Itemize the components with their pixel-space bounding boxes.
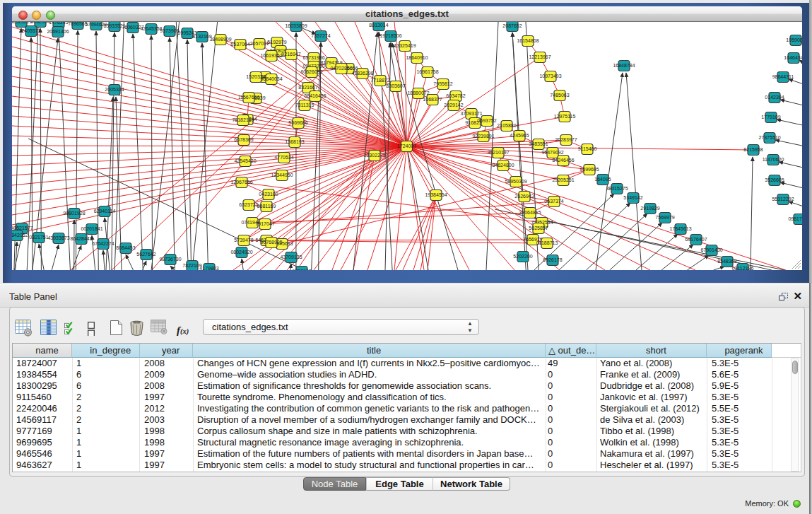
- svg-text:04702850: 04702850: [330, 66, 352, 71]
- svg-text:86428441: 86428441: [70, 236, 92, 241]
- svg-text:6323725: 6323725: [239, 202, 258, 207]
- svg-text:9373909: 9373909: [160, 28, 179, 33]
- svg-text:29205251: 29205251: [552, 177, 574, 182]
- svg-text:7955812: 7955812: [433, 81, 452, 86]
- svg-text:90801928: 90801928: [63, 211, 85, 216]
- svg-text:5739478: 5739478: [234, 238, 253, 243]
- svg-text:12975115: 12975115: [554, 114, 576, 119]
- svg-text:5627642: 5627642: [136, 252, 155, 257]
- svg-text:2105880: 2105880: [497, 123, 516, 128]
- svg-text:08024920: 08024920: [230, 250, 252, 255]
- svg-text:5202200: 5202200: [513, 254, 532, 259]
- svg-text:6537064: 6537064: [230, 42, 249, 47]
- svg-text:58950309: 58950309: [505, 179, 526, 184]
- svg-text:1068377: 1068377: [423, 97, 442, 102]
- svg-text:38015275: 38015275: [606, 186, 628, 191]
- svg-text:4062904: 4062904: [30, 22, 49, 24]
- svg-text:63731986: 63731986: [302, 55, 324, 60]
- svg-text:7311315: 7311315: [295, 103, 314, 107]
- svg-text:4245965: 4245965: [510, 133, 529, 138]
- svg-text:95479092: 95479092: [541, 150, 563, 155]
- svg-text:4770534: 4770534: [274, 155, 293, 160]
- svg-text:98644311: 98644311: [772, 74, 794, 79]
- svg-text:13325419: 13325419: [394, 43, 416, 48]
- svg-text:27375510: 27375510: [758, 135, 780, 140]
- svg-text:7718872: 7718872: [370, 78, 389, 83]
- svg-text:3526605: 3526605: [765, 177, 784, 182]
- svg-text:3483551: 3483551: [529, 141, 548, 146]
- svg-text:164095: 164095: [594, 177, 611, 182]
- svg-text:2910829: 2910829: [640, 206, 659, 211]
- svg-text:13302273: 13302273: [363, 153, 385, 158]
- svg-text:05842052: 05842052: [12, 233, 28, 238]
- svg-text:2087652: 2087652: [502, 23, 522, 28]
- svg-text:84624800: 84624800: [492, 163, 514, 168]
- svg-text:9115460: 9115460: [578, 146, 597, 151]
- svg-text:11470620: 11470620: [763, 157, 784, 162]
- svg-text:09617683: 09617683: [788, 216, 802, 221]
- svg-text:0693752: 0693752: [477, 118, 496, 123]
- svg-text:2005334: 2005334: [105, 87, 124, 92]
- svg-text:1724007: 1724007: [397, 144, 416, 148]
- svg-text:16848784: 16848784: [613, 63, 635, 68]
- svg-text:8321667: 8321667: [298, 85, 317, 90]
- svg-text:0142394: 0142394: [765, 95, 784, 100]
- svg-text:8681169: 8681169: [257, 204, 276, 209]
- svg-text:6926178: 6926178: [543, 257, 562, 262]
- svg-text:5625857: 5625857: [529, 226, 548, 230]
- svg-text:10973493: 10973493: [539, 74, 561, 78]
- svg-text:90768905: 90768905: [260, 240, 282, 245]
- svg-text:62940114: 62940114: [94, 209, 116, 214]
- svg-text:8548368: 8548368: [717, 259, 736, 264]
- svg-text:17845613: 17845613: [669, 226, 691, 231]
- svg-text:67901430: 67901430: [700, 247, 722, 252]
- svg-text:0423100: 0423100: [259, 192, 278, 197]
- svg-text:9753908: 9753908: [292, 269, 311, 270]
- svg-text:2626943: 2626943: [514, 194, 534, 199]
- svg-text:1059088: 1059088: [786, 37, 802, 42]
- svg-text:19384554: 19384554: [425, 192, 447, 197]
- svg-text:2029142: 2029142: [444, 103, 463, 107]
- svg-text:12213967: 12213967: [529, 54, 551, 59]
- svg-text:16154808: 16154808: [517, 38, 539, 43]
- svg-text:16033809: 16033809: [285, 23, 307, 28]
- svg-text:69176407: 69176407: [685, 237, 707, 242]
- svg-text:8303607: 8303607: [386, 83, 405, 88]
- svg-text:6034782: 6034782: [446, 93, 465, 98]
- svg-text:38498909: 38498909: [209, 37, 231, 42]
- svg-text:00201841: 00201841: [81, 226, 102, 231]
- svg-text:58416436: 58416436: [304, 93, 326, 98]
- svg-text:7485063: 7485063: [550, 93, 569, 98]
- svg-text:7569979: 7569979: [655, 215, 674, 220]
- svg-text:98736730: 98736730: [159, 257, 181, 262]
- svg-text:60626052: 60626052: [300, 69, 322, 74]
- svg-text:01188713: 01188713: [536, 240, 558, 245]
- svg-text:7357274: 7357274: [311, 33, 330, 38]
- svg-text:03112186: 03112186: [732, 266, 754, 270]
- svg-text:42645358: 42645358: [140, 26, 162, 31]
- svg-text:18640910: 18640910: [406, 55, 428, 60]
- svg-text:1476245: 1476245: [49, 22, 68, 25]
- svg-text:1368193: 1368193: [285, 139, 304, 144]
- svg-text:0321751: 0321751: [29, 235, 48, 240]
- svg-text:16961758: 16961758: [416, 69, 438, 74]
- svg-text:8084453: 8084453: [116, 245, 135, 250]
- svg-text:5349142: 5349142: [623, 195, 642, 200]
- svg-text:0637374: 0637374: [544, 199, 563, 204]
- svg-text:1646434: 1646434: [784, 55, 802, 60]
- svg-text:9699695: 9699695: [579, 167, 599, 172]
- svg-text:8813014: 8813014: [369, 23, 388, 28]
- svg-text:12344950: 12344950: [271, 173, 293, 177]
- svg-text:42545420: 42545420: [234, 158, 256, 163]
- svg-text:41836298: 41836298: [351, 71, 373, 76]
- svg-text:78182159: 78182159: [232, 117, 254, 122]
- svg-text:12967656: 12967656: [230, 180, 252, 185]
- svg-text:84246456: 84246456: [552, 158, 574, 163]
- svg-text:18880072: 18880072: [407, 90, 429, 95]
- svg-text:4179803: 4179803: [199, 266, 218, 270]
- svg-text:11567666: 11567666: [238, 95, 260, 100]
- svg-text:35210197: 35210197: [487, 150, 509, 155]
- svg-text:43033873: 43033873: [47, 235, 69, 240]
- svg-text:16619352: 16619352: [260, 53, 282, 58]
- svg-text:2405571: 2405571: [21, 28, 40, 33]
